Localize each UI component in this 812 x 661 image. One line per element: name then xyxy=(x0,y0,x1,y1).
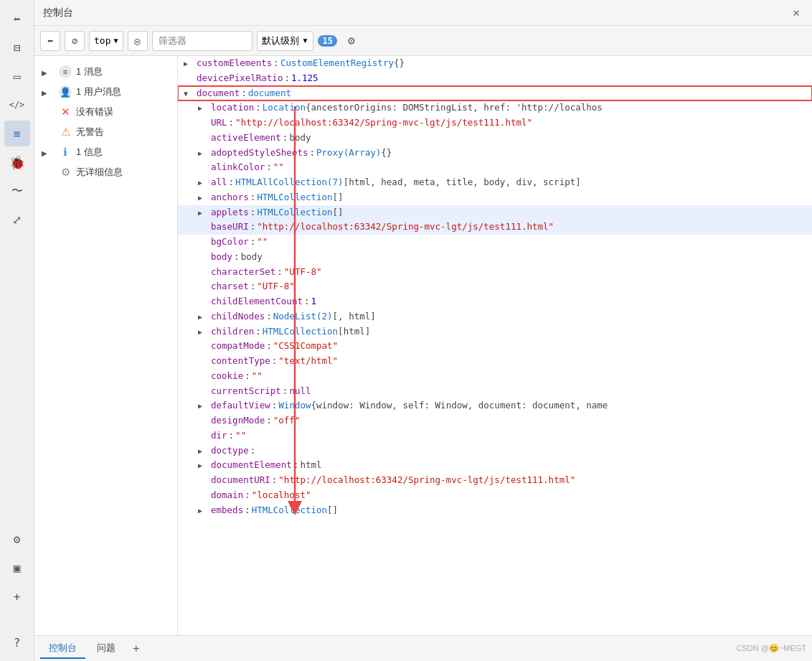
sidebar-icon-sources[interactable]: ⤢ xyxy=(4,207,30,233)
close-button[interactable]: ✕ xyxy=(789,6,803,20)
filter-errors[interactable]: ▶ ✕ 没有错误 xyxy=(34,102,177,122)
sidebar: ⬅ ⊟ ▭ </> ≡ 🐞 〜 ⤢ ⚙ ▣ + ? xyxy=(0,0,34,661)
table-row[interactable]: ▶applets: HTMLCollection [] xyxy=(178,205,812,220)
sidebar-icon-add[interactable]: + xyxy=(4,583,30,609)
table-row[interactable]: ▶children: HTMLCollection [html] xyxy=(178,324,812,339)
table-row[interactable]: ▶anchors: HTMLCollection [] xyxy=(178,190,812,205)
prop-name: devicePixelRatio xyxy=(197,72,283,85)
panel-title: 控制台 xyxy=(43,6,73,19)
prop-value: "http://localhost:63342/Spring-mvc-lgt/j… xyxy=(278,474,575,487)
table-row[interactable]: ▶compatMode:"CSS1Compat" xyxy=(178,339,812,354)
prop-colon: : xyxy=(309,146,315,160)
table-row[interactable]: ▶characterSet:"UTF-8" xyxy=(178,265,812,280)
sidebar-icon-storage[interactable]: ▣ xyxy=(4,555,30,581)
prop-value: [] xyxy=(333,206,344,220)
prop-name: children xyxy=(211,325,254,339)
filter-label-warnings: 无警告 xyxy=(76,126,104,139)
table-row[interactable]: ▶adoptedStyleSheets: Proxy(Array) {} xyxy=(178,146,812,161)
context-arrow: ▼ xyxy=(113,37,118,44)
table-row[interactable]: ▶body:body xyxy=(178,250,812,265)
sidebar-icon-back[interactable]: ⬅ xyxy=(4,6,30,32)
filter-label-user: 1 用户消息 xyxy=(76,85,121,98)
prop-colon: : xyxy=(255,325,261,339)
sidebar-icon-help[interactable]: ? xyxy=(4,629,30,655)
clear-button[interactable]: ⊘ xyxy=(65,31,85,51)
table-row[interactable]: ▶charset:"UTF-8" xyxy=(178,279,812,294)
expand-arrow[interactable]: ▶ xyxy=(198,176,208,188)
filter-warnings[interactable]: ▶ ⚠ 无警告 xyxy=(34,122,177,142)
table-row[interactable]: ▶customElements: CustomElementRegistry {… xyxy=(178,56,812,71)
level-selector[interactable]: 默认级别 ▼ xyxy=(257,31,314,51)
inspect-button[interactable]: ◎ xyxy=(128,31,148,51)
tab-issues[interactable]: 问题 xyxy=(88,639,124,659)
filter-info[interactable]: ▶ ℹ 1 信息 xyxy=(34,142,177,162)
filter-input[interactable] xyxy=(152,31,252,51)
prop-value: 1 xyxy=(311,295,316,309)
sidebar-icon-bug[interactable]: 🐞 xyxy=(4,149,30,175)
table-row[interactable]: ▶doctype: xyxy=(178,444,812,459)
table-row[interactable]: ▶baseURI:"http://localhost:63342/Spring-… xyxy=(178,220,812,235)
table-row[interactable]: ▶dir:"" xyxy=(178,428,812,444)
table-row[interactable]: ▶all: HTMLAllCollection(7) [html, head, … xyxy=(178,175,812,190)
table-row[interactable]: ▶designMode:"off" xyxy=(178,413,812,428)
expand-arrow[interactable]: ▼ xyxy=(184,87,194,99)
prop-colon: : xyxy=(250,444,256,458)
table-row[interactable]: ▶bgColor:"" xyxy=(178,235,812,250)
expand-arrow[interactable]: ▶ xyxy=(198,325,208,337)
table-row[interactable]: ▶embeds: HTMLCollection [] xyxy=(178,503,812,518)
table-row[interactable]: ▼document: document xyxy=(178,86,812,101)
table-row[interactable]: ▶childNodes: NodeList(2) [, html] xyxy=(178,309,812,324)
expand-arrow[interactable]: ▶ xyxy=(198,504,208,516)
table-row[interactable]: ▶devicePixelRatio:1.125 xyxy=(178,71,812,86)
table-row[interactable]: ▶defaultView: Window {window: Window, se… xyxy=(178,398,812,413)
expand-arrow[interactable]: ▶ xyxy=(198,101,208,113)
expand-arrow[interactable]: ▶ xyxy=(184,57,194,69)
prop-value: [html] xyxy=(338,325,370,339)
filter-messages[interactable]: ▶ ≡ 1 消息 xyxy=(34,62,177,82)
expand-arrow[interactable]: ▶ xyxy=(198,310,208,322)
sidebar-icon-forward[interactable]: ⊟ xyxy=(4,34,30,60)
expand-arrow-user: ▶ xyxy=(42,88,52,97)
filter-label-messages: 1 消息 xyxy=(76,65,103,78)
sidebar-icon-elements[interactable]: ▭ xyxy=(4,63,30,89)
prop-value: 1.125 xyxy=(291,72,318,85)
table-row[interactable]: ▶contentType:"text/html" xyxy=(178,354,812,369)
table-row[interactable]: ▶currentScript:null xyxy=(178,384,812,399)
filter-verbose[interactable]: ▶ ⚙ 无详细信息 xyxy=(34,162,177,182)
prop-name: currentScript xyxy=(211,385,281,398)
settings-button[interactable]: ⚙ xyxy=(341,31,362,51)
expand-arrow[interactable]: ▶ xyxy=(198,399,208,411)
table-row[interactable]: ▶domain:"localhost" xyxy=(178,488,812,503)
sidebar-icon-network[interactable]: 〜 xyxy=(4,178,30,204)
sidebar-icon-code[interactable]: </> xyxy=(4,92,30,118)
table-row[interactable]: ▶activeElement:body xyxy=(178,131,812,146)
prop-colon: : xyxy=(266,339,272,353)
sidebar-icon-console[interactable]: ≡ xyxy=(4,121,30,146)
expand-arrow[interactable]: ▶ xyxy=(198,191,208,203)
expand-arrow[interactable]: ▶ xyxy=(198,444,208,456)
table-row[interactable]: ▶location: Location {ancestorOrigins: DO… xyxy=(178,100,812,116)
sidebar-icon-settings[interactable]: ⚙ xyxy=(4,526,30,552)
table-row[interactable]: ▶documentElement:html xyxy=(178,458,812,473)
prop-value: "" xyxy=(257,235,268,249)
tab-add-button[interactable]: + xyxy=(127,639,146,658)
prop-colon: : xyxy=(266,161,272,174)
filter-user-messages[interactable]: ▶ 👤 1 用户消息 xyxy=(34,82,177,102)
prop-value: [] xyxy=(333,191,344,205)
console-output[interactable]: ▶customElements: CustomElementRegistry {… xyxy=(178,56,812,635)
level-label: 默认级别 xyxy=(262,34,299,47)
table-row[interactable]: ▶cookie:"" xyxy=(178,369,812,384)
tab-console[interactable]: 控制台 xyxy=(40,639,85,659)
tab-bar: 控制台 问题 + CSDN @😊~MEGT xyxy=(34,635,812,661)
table-row[interactable]: ▶documentURI:"http://localhost:63342/Spr… xyxy=(178,473,812,488)
back-button[interactable]: ⬅ xyxy=(40,31,60,51)
table-row[interactable]: ▶alinkColor:"" xyxy=(178,160,812,175)
level-arrow: ▼ xyxy=(302,37,309,44)
table-row[interactable]: ▶URL:"http://localhost:63342/Spring-mvc-… xyxy=(178,116,812,131)
expand-arrow[interactable]: ▶ xyxy=(198,206,208,218)
context-selector[interactable]: top ▼ xyxy=(89,31,123,51)
expand-arrow[interactable]: ▶ xyxy=(198,459,208,471)
prop-name: URL xyxy=(211,116,227,130)
expand-arrow[interactable]: ▶ xyxy=(198,146,208,159)
table-row[interactable]: ▶childElementCount:1 xyxy=(178,294,812,309)
